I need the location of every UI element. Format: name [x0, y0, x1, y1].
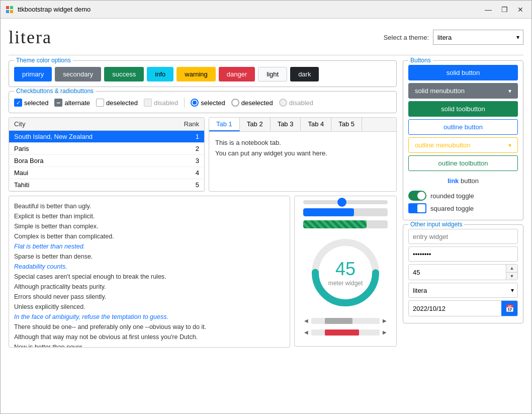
cell-rank: 2	[161, 143, 204, 155]
tab-5[interactable]: Tab 5	[331, 118, 362, 131]
window-title: ttkbootstrap widget demo	[18, 6, 481, 13]
spinbox-row: ▲ ▼	[408, 264, 518, 280]
svg-rect-0	[6, 6, 9, 9]
date-input[interactable]	[409, 301, 501, 316]
link-button-label: link button	[448, 177, 479, 185]
bottom-row: Beautiful is better than ugly. Explicit …	[9, 196, 397, 348]
progress-blue	[303, 208, 387, 216]
tab-1[interactable]: Tab 1	[209, 118, 240, 131]
btn-success[interactable]: success	[104, 67, 144, 81]
btn-primary[interactable]: primary	[14, 67, 52, 81]
scroll-thumb-red	[325, 329, 359, 336]
text-line: Special cases aren't special enough to b…	[14, 272, 285, 282]
spinbox-arrows: ▲ ▼	[506, 265, 517, 280]
spinbox-down[interactable]: ▼	[506, 273, 517, 280]
outline-toolbutton[interactable]: outline toolbutton	[408, 155, 518, 171]
check-disabled: disabled	[144, 99, 178, 107]
combobox-input[interactable]: litera	[408, 283, 518, 298]
btn-secondary[interactable]: secondary	[55, 67, 101, 81]
theme-dropdown[interactable]: litera	[433, 30, 523, 45]
tab-3[interactable]: Tab 3	[271, 118, 301, 131]
radio-disabled: disabled	[279, 99, 313, 107]
link-button-row: link button	[408, 174, 518, 188]
check-disabled-label: disabled	[154, 99, 178, 107]
checkbox-alternate[interactable]: –	[54, 99, 62, 107]
text-line: Unless explicitly silenced.	[14, 302, 285, 312]
scroll-right-arrow2[interactable]: ▶	[382, 328, 388, 336]
squared-toggle[interactable]	[408, 203, 426, 213]
checkbox-disabled	[144, 99, 152, 107]
check-alternate: – alternate	[54, 99, 90, 107]
header-divider	[9, 55, 523, 55]
solid-menubutton-label: solid menubutton	[415, 87, 465, 95]
check-deselected-label: deselected	[106, 99, 138, 107]
restore-button[interactable]: ❐	[497, 4, 511, 16]
notebook-line1: This is a notebook tab.	[215, 138, 390, 148]
inputs-section: Other input widgets ▲ ▼	[403, 224, 523, 323]
password-widget[interactable]	[408, 246, 518, 262]
radio-selected-btn[interactable]	[191, 99, 199, 107]
btn-info[interactable]: info	[147, 67, 173, 81]
scroll-track-gray[interactable]	[311, 318, 379, 324]
app-icon	[5, 5, 15, 15]
color-buttons-group: primary secondary success info warning d…	[14, 67, 391, 81]
scroll-left-arrow[interactable]: ◀	[303, 317, 309, 324]
radio-selected: selected	[191, 99, 225, 107]
spinbox-up[interactable]: ▲	[506, 265, 517, 273]
table-row[interactable]: Tahiti 5	[9, 179, 204, 191]
text-line: Complex is better than complicated.	[14, 231, 285, 241]
text-line-highlight: In the face of ambiguity, refuse the tem…	[14, 312, 285, 322]
solid-toolbutton[interactable]: solid toolbutton	[408, 101, 518, 117]
data-table-container: City Rank South Island, New Zealand 1	[9, 117, 205, 192]
radio-unselected-btn[interactable]	[231, 99, 239, 107]
data-table: City Rank South Island, New Zealand 1	[9, 118, 204, 191]
main-window: ttkbootstrap widget demo — ❐ ✕ litera Se…	[0, 0, 532, 414]
right-column: Buttons solid button solid menubutton ▾ …	[403, 60, 523, 409]
minimize-button[interactable]: —	[481, 4, 495, 16]
solid-menubutton[interactable]: solid menubutton ▾	[408, 83, 518, 99]
header-row: litera Select a theme: litera	[9, 27, 523, 48]
gauge-area: 45 meter widget ◀ ▶	[294, 196, 397, 347]
notebook-line2: You can put any widget you want here.	[215, 148, 390, 159]
btn-danger[interactable]: danger	[219, 67, 255, 81]
password-row	[408, 246, 518, 262]
col-rank[interactable]: Rank	[161, 118, 204, 131]
check-selected: ✓ selected	[14, 99, 48, 107]
table-notebook-row: City Rank South Island, New Zealand 1	[9, 117, 397, 192]
text-line: Explicit is better than implicit.	[14, 211, 285, 221]
outline-menubutton[interactable]: outline menubutton ▾	[408, 137, 518, 153]
checkbox-unchecked[interactable]	[96, 99, 104, 107]
table-row[interactable]: Maui 4	[9, 167, 204, 179]
notebook-tabs: Tab 1 Tab 2 Tab 3 Tab 4 Tab 5	[209, 118, 396, 132]
col-city[interactable]: City	[9, 118, 161, 131]
btn-light[interactable]: light	[258, 67, 287, 81]
text-content[interactable]: Beautiful is better than ugly. Explicit …	[9, 196, 290, 347]
btn-warning[interactable]: warning	[176, 67, 216, 81]
cell-city: Paris	[9, 143, 161, 155]
tab-2[interactable]: Tab 2	[240, 118, 271, 131]
radio-disabled-label: disabled	[289, 99, 313, 107]
checkbox-checked[interactable]: ✓	[14, 99, 22, 107]
spinbox-input[interactable]	[409, 265, 506, 280]
table-row[interactable]: South Island, New Zealand 1	[9, 131, 204, 143]
table-row[interactable]: Bora Bora 3	[9, 155, 204, 167]
calendar-button[interactable]: 📅	[501, 301, 517, 316]
table-row[interactable]: Paris 2	[9, 143, 204, 155]
link-button[interactable]: link button	[408, 174, 518, 188]
left-column: Theme color options primary secondary su…	[9, 60, 397, 409]
rounded-toggle[interactable]	[408, 191, 426, 201]
entry-widget[interactable]	[408, 229, 518, 244]
scroll-track-red[interactable]	[311, 329, 379, 336]
solid-button-row: solid button	[408, 65, 518, 80]
tab-4[interactable]: Tab 4	[301, 118, 331, 131]
menubutton-arrow: ▾	[508, 88, 511, 95]
scroll-right-arrow[interactable]: ▶	[382, 317, 388, 324]
close-button[interactable]: ✕	[513, 4, 527, 16]
btn-dark[interactable]: dark	[290, 67, 319, 81]
text-line: Although that way may not be obvious at …	[14, 332, 285, 342]
outline-button[interactable]: outline button	[408, 119, 518, 135]
solid-button[interactable]: solid button	[408, 65, 518, 80]
scroll-left-arrow2[interactable]: ◀	[303, 328, 309, 336]
theme-colors-section: Theme color options primary secondary su…	[9, 60, 397, 87]
horizontal-slider[interactable]	[303, 200, 387, 204]
